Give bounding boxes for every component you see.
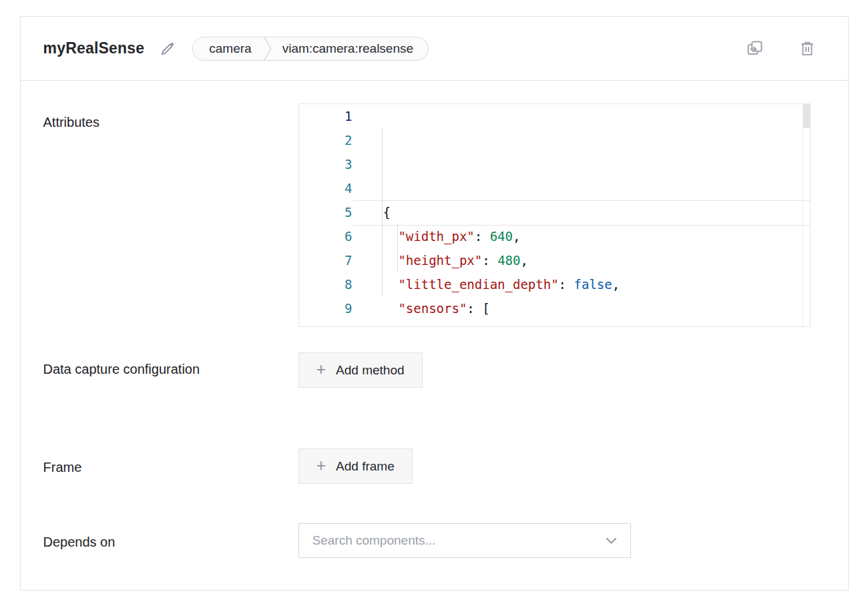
data-capture-row: Data capture configuration + Add method (43, 352, 825, 388)
depends-on-placeholder: Search components... (312, 533, 606, 548)
code-line[interactable]: "width_px": 640, (383, 224, 810, 248)
attributes-row: Attributes 123456789 { "width_px": 640, … (43, 103, 825, 327)
code-line[interactable]: "sensors": [ (383, 296, 810, 320)
component-header: myRealSense camera viam:camera:realsense (21, 17, 848, 81)
component-title: myRealSense (43, 39, 145, 57)
component-type-badge: camera viam:camera:realsense (192, 37, 429, 61)
add-method-button[interactable]: + Add method (298, 352, 423, 388)
depends-on-select[interactable]: Search components... (298, 523, 631, 558)
plus-icon: + (316, 361, 327, 378)
delete-button[interactable] (796, 37, 819, 60)
add-frame-label: Add frame (336, 459, 395, 474)
badge-divider-chevron-icon (264, 37, 272, 61)
code-line[interactable]: "height_px": 480, (383, 248, 810, 272)
depends-on-label: Depends on (43, 523, 298, 553)
frame-row: Frame + Add frame (43, 448, 825, 484)
chevron-down-icon (606, 537, 617, 545)
code-line[interactable]: { (383, 200, 810, 224)
plus-icon: + (316, 457, 327, 474)
rename-button[interactable] (159, 40, 176, 57)
editor-scrollbar-thumb[interactable] (803, 104, 810, 128)
component-card: myRealSense camera viam:camera:realsense (20, 16, 849, 591)
pencil-icon (159, 40, 176, 57)
code-line[interactable]: "little_endian_depth": false, (383, 272, 810, 296)
duplicate-icon (746, 39, 764, 57)
component-category: camera (209, 41, 251, 56)
attributes-label: Attributes (43, 103, 298, 133)
trash-icon (799, 40, 816, 57)
data-capture-label: Data capture configuration (43, 352, 210, 380)
component-model: viam:camera:realsense (282, 41, 413, 56)
frame-label: Frame (43, 448, 298, 478)
indent-guide (382, 128, 383, 296)
editor-scrollbar[interactable] (803, 104, 810, 326)
code-line[interactable]: "depth", (383, 320, 810, 327)
duplicate-button[interactable] (743, 37, 767, 60)
depends-on-row: Depends on Search components... (43, 523, 825, 558)
editor-code[interactable]: { "width_px": 640, "height_px": 480, "li… (353, 104, 810, 327)
attributes-json-editor[interactable]: 123456789 { "width_px": 640, "height_px"… (298, 103, 811, 327)
component-body: Attributes 123456789 { "width_px": 640, … (21, 81, 848, 590)
editor-line-numbers: 123456789 (299, 104, 353, 327)
add-frame-button[interactable]: + Add frame (298, 448, 413, 484)
add-method-label: Add method (336, 363, 404, 378)
